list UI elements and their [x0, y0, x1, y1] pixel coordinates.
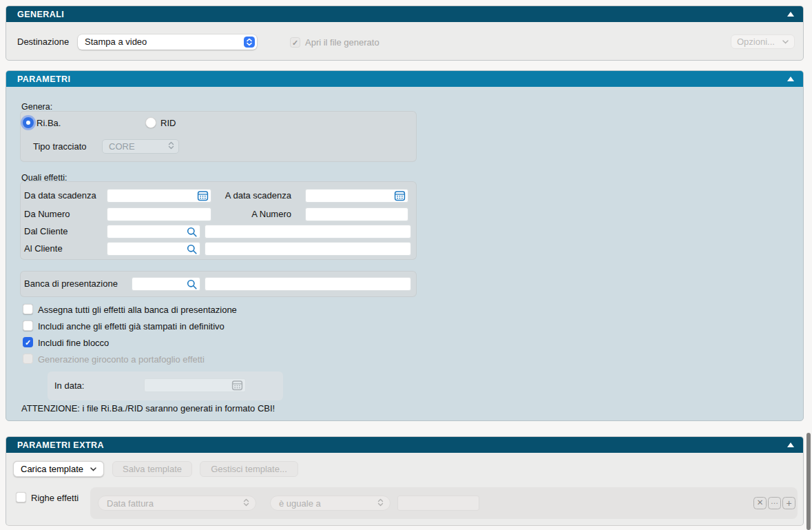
carica-template-dropdown[interactable]: Carica template [13, 461, 104, 477]
in-data-inset: In data: [48, 371, 283, 400]
panel-generali: GENERALI Destinazione Stampa a video Apr… [6, 6, 804, 61]
filter-add-button[interactable]: + [782, 497, 795, 509]
filter-operator-select[interactable]: è uguale a [270, 496, 391, 511]
panel-parametri-title: PARAMETRI [17, 74, 70, 84]
filter-row: Data fattura è uguale a ✕ … + [90, 487, 798, 519]
assegna-banca-label: Assegna tutti gli effetti alla banca di … [38, 305, 237, 316]
panel-parametri-extra: PARAMETRI EXTRA Carica template Salva te… [6, 436, 804, 526]
giroconto-label: Generazione giroconto a portafoglio effe… [38, 354, 205, 365]
panel-generali-header[interactable]: GENERALI [6, 6, 803, 22]
banca-label: Banca di presentazione [24, 278, 118, 289]
panel-generali-title: GENERALI [17, 10, 64, 19]
dal-cliente-label: Dal Cliente [24, 226, 68, 237]
destinazione-select[interactable]: Stampa a video [78, 34, 257, 50]
filter-more-button[interactable]: … [768, 497, 781, 509]
riba-radio-label: Ri.Ba. [37, 118, 61, 129]
select-stepper-icon [168, 140, 174, 153]
includi-fine-blocco-checkbox[interactable] [23, 337, 33, 347]
da-numero-input[interactable] [107, 207, 211, 221]
filter-remove-button[interactable]: ✕ [753, 497, 767, 509]
plus-icon: + [786, 498, 791, 508]
x-icon: ✕ [757, 499, 764, 507]
al-cliente-code-input[interactable] [107, 242, 200, 256]
apri-file-checkbox[interactable] [290, 37, 300, 48]
panel-parametri-extra-title: PARAMETRI EXTRA [17, 440, 104, 450]
a-numero-label: A Numero [199, 209, 291, 220]
panel-parametri: PARAMETRI Genera: Ri.Ba. RID Tipo tracci… [6, 70, 804, 421]
tipo-tracciato-value: CORE [109, 140, 135, 153]
da-data-scadenza-label: Da data scadenza [24, 190, 96, 201]
collapse-arrow-icon[interactable] [787, 12, 794, 17]
includi-fine-blocco-label: Includi fine blocco [38, 338, 109, 349]
in-data-input[interactable] [144, 378, 246, 392]
a-numero-input[interactable] [305, 207, 408, 221]
panel-parametri-extra-header[interactable]: PARAMETRI EXTRA [6, 437, 803, 453]
calendar-icon [231, 380, 243, 394]
al-cliente-label: Al Cliente [24, 243, 63, 254]
filter-field-value: Data fattura [107, 498, 154, 509]
tipo-tracciato-label: Tipo tracciato [33, 141, 87, 152]
genera-groupbox [20, 111, 417, 162]
gestisci-template-label: Gestisci template... [211, 464, 287, 474]
filter-field-select[interactable]: Data fattura [98, 496, 256, 511]
salva-template-label: Salva template [123, 464, 182, 474]
rid-radio[interactable] [145, 117, 156, 128]
assegna-banca-checkbox[interactable] [23, 304, 33, 314]
righe-effetti-label: Righe effetti [31, 493, 79, 504]
dal-cliente-name-input[interactable] [205, 225, 411, 238]
search-icon[interactable] [187, 227, 198, 241]
banca-code-input[interactable] [132, 277, 200, 291]
filter-value-input[interactable] [397, 496, 479, 511]
da-data-scadenza-input[interactable] [107, 189, 211, 203]
select-stepper-icon [377, 498, 384, 509]
a-data-scadenza-input[interactable] [305, 189, 408, 203]
chevron-down-icon [782, 40, 789, 44]
da-numero-label: Da Numero [24, 209, 70, 220]
vertical-scrollbar[interactable] [806, 433, 811, 530]
includi-stampati-checkbox[interactable] [23, 320, 33, 331]
salva-template-button[interactable]: Salva template [112, 461, 192, 477]
ellipsis-icon: … [771, 498, 779, 506]
righe-effetti-checkbox[interactable] [16, 492, 26, 502]
tipo-tracciato-select[interactable]: CORE [102, 139, 179, 154]
banca-name-input[interactable] [205, 277, 411, 291]
opzioni-button-label: Opzioni... [737, 37, 775, 47]
includi-stampati-label: Includi anche gli effetti già stampati i… [38, 321, 225, 332]
filter-operator-value: è uguale a [279, 498, 321, 509]
destinazione-select-value: Stampa a video [85, 37, 147, 47]
select-stepper-icon [244, 37, 255, 48]
in-data-label: In data: [54, 380, 84, 391]
panel-parametri-header[interactable]: PARAMETRI [6, 71, 803, 87]
chevron-down-icon [90, 467, 96, 471]
gestisci-template-button[interactable]: Gestisci template... [200, 461, 298, 477]
cbi-warning-text: ATTENZIONE: i file Ri.Ba./RID saranno ge… [21, 403, 275, 414]
collapse-arrow-icon[interactable] [787, 77, 794, 81]
al-cliente-name-input[interactable] [205, 242, 411, 256]
carica-template-label: Carica template [21, 464, 83, 474]
riba-radio[interactable] [23, 117, 34, 128]
opzioni-button[interactable]: Opzioni... [731, 34, 795, 49]
a-data-scadenza-label: A data scadenza [199, 190, 291, 201]
giroconto-checkbox[interactable] [23, 354, 33, 364]
dal-cliente-code-input[interactable] [107, 225, 200, 238]
search-icon[interactable] [187, 279, 198, 293]
apri-file-label: Apri il file generato [305, 37, 379, 48]
collapse-arrow-icon[interactable] [787, 442, 794, 447]
rid-radio-label: RID [160, 118, 176, 129]
calendar-icon[interactable] [394, 190, 406, 204]
select-stepper-icon [243, 498, 249, 509]
search-icon[interactable] [187, 244, 198, 258]
destinazione-label: Destinazione [17, 37, 69, 48]
